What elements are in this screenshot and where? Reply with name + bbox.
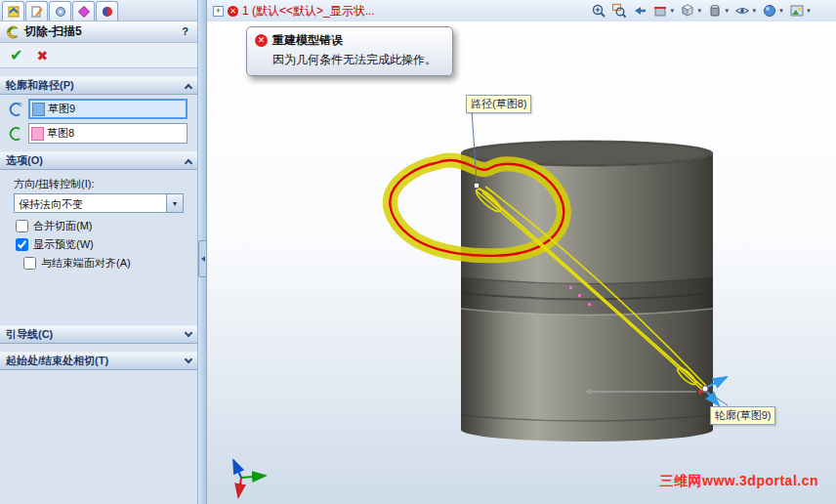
tab-display-manager[interactable] xyxy=(96,1,118,21)
tangency-group-header[interactable]: 起始处/结束处相切(T) xyxy=(0,352,197,370)
zoom-area-button[interactable] xyxy=(610,2,628,20)
chevron-down-icon: ▼ xyxy=(751,8,757,14)
tangency-group-label: 起始处/结束处相切(T) xyxy=(6,354,186,368)
appearance-sphere-icon xyxy=(762,3,777,19)
path-start-handle[interactable] xyxy=(474,183,480,189)
cancel-button[interactable]: ✖ xyxy=(36,49,48,63)
cylinder-model[interactable] xyxy=(461,141,713,441)
previous-view-button[interactable] xyxy=(631,2,648,20)
cut-sweep-icon xyxy=(5,24,21,40)
scene-icon xyxy=(789,3,805,19)
previous-view-icon xyxy=(632,3,648,19)
chevron-down-icon: ▼ xyxy=(669,8,675,14)
balloon-message: 因为几何条件无法完成此操作。 xyxy=(272,52,444,68)
align-end-faces-checkbox-row: 与结束端面对齐(A) xyxy=(23,256,197,271)
chevron-down-icon: ▼ xyxy=(724,8,730,14)
profile-callout[interactable]: 轮廓(草图9) xyxy=(710,406,775,425)
path-sketch-icon xyxy=(6,125,25,143)
guide-curves-group-header[interactable]: 引导线(C) xyxy=(0,325,197,344)
orientation-label: 方向/扭转控制(I): xyxy=(14,177,197,191)
eye-icon xyxy=(734,3,750,19)
property-manager-icon xyxy=(30,5,44,19)
orientation-dropdown[interactable]: 保持法向不变 ▼ xyxy=(14,193,184,213)
options-group-header[interactable]: 选项(O) xyxy=(0,151,197,170)
display-manager-icon xyxy=(101,5,114,19)
chevron-up-icon xyxy=(185,83,192,91)
tab-configuration-manager[interactable] xyxy=(49,1,71,21)
zoom-area-icon xyxy=(611,3,627,19)
feature-tree-expand-icon[interactable]: + xyxy=(213,6,224,17)
error-circle-x-icon: ✕ xyxy=(255,34,268,47)
section-view-button[interactable]: ▼ xyxy=(651,2,676,20)
show-preview-checkbox-row: 显示预览(W) xyxy=(16,237,197,252)
profile-path-group-header[interactable]: 轮廓和路径(P) xyxy=(0,76,197,95)
svg-text:0: 0 xyxy=(19,102,22,107)
rebuild-error-balloon: ✕ 重建模型错误 因为几何条件无法完成此操作。 xyxy=(246,26,453,76)
view-orientation-button[interactable]: ▼ xyxy=(679,2,703,20)
view-orientation-icon xyxy=(680,3,695,19)
document-config-text: 1 (默认<<默认>_显示状... xyxy=(242,3,375,20)
feature-manager-icon xyxy=(7,5,21,19)
guide-curves-group-label: 引导线(C) xyxy=(6,327,186,342)
orientation-value: 保持法向不变 xyxy=(15,194,166,212)
profile-path-group-label: 轮廓和路径(P) xyxy=(6,78,186,93)
origin-triad xyxy=(233,460,266,497)
chevron-down-icon xyxy=(185,356,192,363)
model-viewport[interactable]: 路径(草图8) 轮廓(草图9) 三维网www.3dportal.cn xyxy=(207,21,836,504)
display-style-button[interactable]: ▼ xyxy=(706,2,731,20)
profile-field[interactable]: 草图9 xyxy=(28,99,188,119)
collapse-arrow-icon xyxy=(201,256,205,262)
heads-up-toolbar: + ✕ 1 (默认<<默认>_显示状... xyxy=(207,0,836,21)
profile-chip xyxy=(32,103,45,116)
balloon-title-row: ✕ 重建模型错误 xyxy=(255,32,444,49)
path-field[interactable]: 草图8 xyxy=(28,123,188,144)
display-style-icon xyxy=(707,3,723,19)
align-end-faces-checkbox[interactable] xyxy=(23,257,36,270)
panel-title: 切除-扫描5 xyxy=(24,23,174,40)
align-end-faces-label: 与结束端面对齐(A) xyxy=(41,256,131,271)
graphics-area: + ✕ 1 (默认<<默认>_显示状... xyxy=(207,0,836,504)
profile-selection-row: 0 草图9 xyxy=(6,99,188,119)
chevron-down-icon: ▼ xyxy=(806,8,812,14)
panel-tab-strip xyxy=(0,0,197,21)
zoom-fit-button[interactable] xyxy=(590,2,607,20)
path-chip xyxy=(31,127,44,141)
path-callout[interactable]: 路径(草图8) xyxy=(466,95,531,113)
tab-property-manager[interactable] xyxy=(25,1,48,21)
rebuild-error-icon: ✕ xyxy=(228,6,238,17)
merge-faces-checkbox-row: 合并切面(M) xyxy=(16,219,197,233)
solidworks-window: 切除-扫描5 ? ✔ ✖ 轮廓和路径(P) 0 草图9 xyxy=(0,0,836,504)
section-view-icon xyxy=(652,3,668,19)
splitter-collapse-handle[interactable] xyxy=(198,240,207,277)
merge-faces-checkbox[interactable] xyxy=(16,220,28,232)
tab-feature-manager[interactable] xyxy=(2,1,24,21)
balloon-title: 重建模型错误 xyxy=(272,32,343,49)
dropdown-arrow-icon[interactable]: ▼ xyxy=(166,194,183,212)
show-preview-checkbox[interactable] xyxy=(16,238,28,251)
chevron-down-icon xyxy=(185,329,192,337)
profile-value: 草图9 xyxy=(48,102,75,116)
tab-dimxpert-manager[interactable] xyxy=(72,1,95,21)
options-group-label: 选项(O) xyxy=(6,153,186,168)
path-selection-row: 草图8 xyxy=(6,123,188,144)
view-toolbar: ▼ ▼ ▼ xyxy=(590,2,830,20)
appearance-button[interactable]: ▼ xyxy=(761,2,785,20)
path-value: 草图8 xyxy=(47,126,74,141)
merge-faces-label: 合并切面(M) xyxy=(33,219,93,233)
show-preview-label: 显示预览(W) xyxy=(33,237,94,252)
panel-title-bar: 切除-扫描5 ? xyxy=(0,21,197,43)
ok-button[interactable]: ✔ xyxy=(10,48,22,63)
help-button[interactable]: ? xyxy=(178,24,192,39)
panel-splitter[interactable] xyxy=(198,0,207,504)
property-manager-panel: 切除-扫描5 ? ✔ ✖ 轮廓和路径(P) 0 草图9 xyxy=(0,0,198,504)
chevron-down-icon: ▼ xyxy=(696,8,702,14)
scene-button[interactable]: ▼ xyxy=(788,2,813,20)
panel-action-bar: ✔ ✖ xyxy=(0,43,197,68)
chevron-down-icon: ▼ xyxy=(778,8,784,14)
dimxpert-manager-icon xyxy=(77,5,91,19)
hide-show-button[interactable]: ▼ xyxy=(733,2,758,20)
configuration-manager-icon xyxy=(54,5,67,19)
chevron-up-icon xyxy=(185,158,192,166)
zoom-fit-icon xyxy=(591,3,606,19)
watermark-text: 三维网www.3dportal.cn xyxy=(660,473,819,490)
